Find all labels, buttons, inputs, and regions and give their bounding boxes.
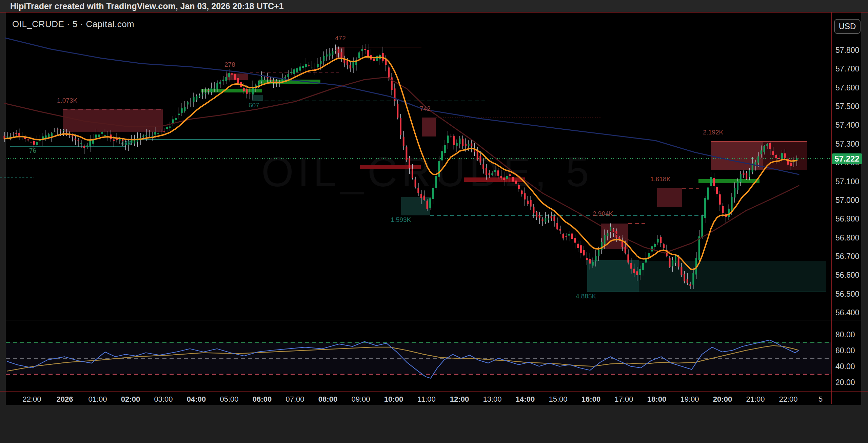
chart-label: 4.885K [576,293,596,300]
fast-ema-line [4,57,797,270]
zone-zone-2.192K-left [711,142,763,170]
zone-green-bar-3 [698,179,760,183]
zone-teal-box-1.593K [401,197,430,215]
slow-ema-line [5,38,799,174]
chart-label: 2.904K [593,210,613,217]
zone-supply-742 [422,118,436,136]
chart-label: 76 [29,147,36,154]
zone-teal-box-607 [252,95,263,101]
chart-label: 278 [224,61,235,68]
zone-demand-light [639,261,826,292]
zone-supply-1.618K [657,188,682,207]
zone-supply-472 [336,47,344,58]
chart-frame-bottom [0,391,868,392]
price-chart-graphics[interactable] [0,0,868,443]
zone-supply-1.073K [63,109,163,132]
chart-label: 1.618K [650,175,671,183]
chart-label: 1.593K [391,216,411,224]
chart-label: 449 [121,140,132,147]
chart-label: 607 [249,102,259,109]
current-price-label: 57.222 [832,153,862,164]
chart-frame-right[interactable] [831,12,832,404]
zone-red-bar-A [360,165,421,169]
chart-label: 742 [420,105,431,112]
chart-label: 472 [335,35,346,42]
chart-label: 2.192K [703,129,723,136]
chart-label: 1.073K [57,97,77,104]
